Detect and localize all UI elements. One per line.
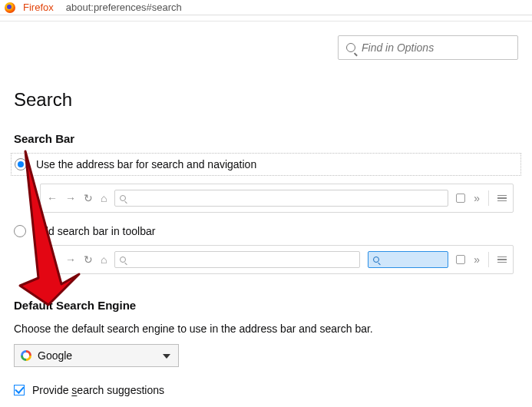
sidebar-icon <box>456 255 465 264</box>
browser-brand: Firefox <box>23 2 54 13</box>
searchbar-heading: Search Bar <box>14 132 518 145</box>
default-engine-select[interactable]: Google <box>14 344 179 367</box>
radio-option-search-bar[interactable]: Add search bar in toolbar <box>14 225 518 237</box>
default-engine-heading: Default Search Engine <box>14 299 518 312</box>
page-title: Search <box>14 89 518 111</box>
radio-label: Add search bar in toolbar <box>35 225 155 237</box>
engine-selected-label: Google <box>38 349 72 362</box>
sidebar-icon <box>456 194 465 203</box>
google-icon <box>21 350 31 361</box>
forward-icon: → <box>65 192 76 204</box>
separator-icon <box>488 252 489 267</box>
back-icon: ← <box>47 253 58 266</box>
forward-icon: → <box>65 253 76 266</box>
reload-icon: ↻ <box>84 253 93 266</box>
menu-icon <box>497 256 507 263</box>
overflow-icon: » <box>474 253 480 266</box>
checkbox-label: Provide search suggestions <box>32 384 164 396</box>
browser-tab-bar: Firefox about:preferences#search <box>0 0 532 15</box>
search-bar-mock <box>368 251 448 268</box>
checkbox-provide-suggestions[interactable]: Provide search suggestions <box>14 384 518 396</box>
radio-icon <box>14 225 26 237</box>
back-icon: ← <box>47 192 58 204</box>
tab-url-text: about:preferences#search <box>66 2 182 13</box>
overflow-icon: » <box>474 192 480 204</box>
find-placeholder: Find in Options <box>362 41 434 54</box>
toolbar-tail-icons: » <box>456 252 507 267</box>
address-bar-mock <box>114 190 448 207</box>
toolbar-preview-unified: ← → ↻ ⌂ » <box>40 184 514 213</box>
default-engine-description: Choose the default search engine to use … <box>14 323 518 335</box>
find-in-options-input[interactable]: Find in Options <box>338 35 518 60</box>
radio-option-address-bar[interactable]: Use the address bar for search and navig… <box>11 153 521 176</box>
search-icon <box>346 43 355 52</box>
search-icon <box>120 195 126 201</box>
separator-icon <box>488 190 489 206</box>
address-bar-mock <box>114 251 360 268</box>
toolbar-preview-split: ← → ↻ ⌂ » <box>40 245 514 274</box>
nav-icons: ← → ↻ ⌂ <box>47 192 107 204</box>
search-icon <box>373 256 379 263</box>
preferences-page: Find in Options Search Search Bar Use th… <box>0 22 532 407</box>
reload-icon: ↻ <box>84 192 93 204</box>
toolbar-tail-icons: » <box>456 190 507 206</box>
checkbox-icon <box>14 385 25 395</box>
home-icon: ⌂ <box>101 253 107 266</box>
nav-icons: ← → ↻ ⌂ <box>47 253 107 266</box>
home-icon: ⌂ <box>101 192 107 204</box>
find-in-options-wrap: Find in Options <box>14 35 518 60</box>
radio-icon <box>15 158 27 170</box>
firefox-icon <box>5 2 15 13</box>
radio-label: Use the address bar for search and navig… <box>36 158 256 170</box>
menu-icon <box>497 195 507 202</box>
search-icon <box>120 256 126 263</box>
divider <box>0 15 532 22</box>
